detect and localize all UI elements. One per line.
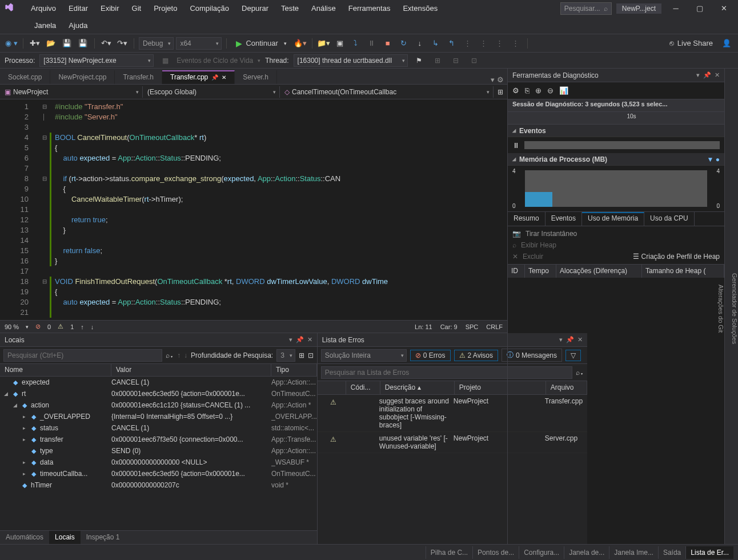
zoom-level[interactable]: 90 % [5,323,19,330]
hot-reload-icon[interactable]: 🔥▾ [294,37,307,50]
warn-count-pill[interactable]: ⚠2 Avisos [454,350,498,361]
flag-icon[interactable]: ⚑ [412,54,426,67]
locals-search[interactable] [3,349,162,362]
local-row[interactable]: ◢◆action0x000001eec6c1c120 {status=CANCE… [0,399,317,411]
col-heap[interactable]: Tamanho de Heap ( [642,265,724,278]
nav-down-icon[interactable]: ↓ [184,351,187,359]
nav-scope[interactable]: (Escopo Global) [143,86,280,98]
panel-close-icon[interactable]: ✕ [715,71,720,79]
save-all-icon[interactable]: 💾 [76,37,90,50]
diag-tab[interactable]: Uso da CPU [644,212,695,226]
error-count-icon[interactable]: ⊘ [35,323,41,330]
col-icon[interactable] [318,381,346,394]
restart-icon[interactable]: ↻ [397,37,411,50]
process-combo[interactable]: [33152] NewProject.exe [39,54,154,67]
nav-function[interactable]: ◇CancelTimeout(OnTimeoutCallbac [280,86,494,98]
local-row[interactable]: ▸◆transfer0x000001eec67f3e50 {connection… [0,434,317,445]
redo-icon[interactable]: ↷▾ [115,37,129,50]
step-arrow-icon[interactable]: ↓ [413,37,427,50]
stack2-icon[interactable]: ⊟ [449,54,463,67]
undo-icon[interactable]: ↶▾ [99,37,113,50]
err-scope-combo[interactable]: Solução Inteira [321,349,407,362]
locals-tab[interactable]: Automáticos [0,531,49,544]
panel-pin-icon[interactable]: 📌 [703,71,711,79]
fold-icon[interactable]: ⊟ [42,277,47,287]
folder-icon[interactable]: 📁▾ [317,37,331,50]
new-item-icon[interactable]: ✚▾ [28,37,42,50]
depth-combo[interactable]: 3 [276,349,295,362]
heap-profile-toggle[interactable]: ☰ Criação de Perfil de Heap [633,253,720,261]
minimize-button[interactable]: ─ [666,1,685,16]
events-header[interactable]: Eventos [508,125,724,137]
menu-compilação[interactable]: Compilação [184,2,235,15]
local-row[interactable]: ◢◆rt0x000001eec6c3ed50 {action=0x000001e… [0,388,317,399]
col-desc[interactable]: Descrição ▴ [380,381,455,394]
nav-up-icon[interactable]: ↑ [81,323,84,330]
local-row[interactable]: ◆expectedCANCEL (1)App::Action::... [0,377,317,388]
local-row[interactable]: ◆hTimer0x000000000000207cvoid * [0,479,317,491]
menu-teste[interactable]: Teste [275,2,304,15]
tab-dropdown-icon[interactable]: ▾ [491,75,495,84]
col-alloc[interactable]: Alocações (Diferença) [556,265,642,278]
git-changes-tab[interactable]: Alterações do Git [717,285,724,333]
tb-icon2[interactable]: ⊡ [308,351,314,359]
gear-icon[interactable]: ⚙ [512,86,519,95]
zoom-out-icon[interactable]: ⊖ [547,86,554,95]
menu-depurar[interactable]: Depurar [236,2,274,15]
menu-exibir[interactable]: Exibir [95,2,125,15]
fold-icon[interactable]: ⊟ [42,174,47,184]
search-icon[interactable]: ⌕▾ [166,351,174,359]
file-tab[interactable]: Transfer.cpp📌✕ [162,70,235,84]
config-combo[interactable]: Debug [139,37,174,50]
lifecycle-icon[interactable]: ▦ [158,54,172,67]
col-type[interactable]: Tipo [271,364,317,376]
menu-janela[interactable]: Janela [29,19,62,32]
local-row[interactable]: ▸◆data0x0000000000000000 <NULL>_WSABUF * [0,457,317,468]
stop-icon[interactable]: ■ [381,37,395,50]
panel-dropdown-icon[interactable]: ▾ [289,336,292,343]
platform-combo[interactable]: x64 [176,37,222,50]
snapshot-action[interactable]: 📷Tirar Instantâneo [512,230,720,238]
stack3-icon[interactable]: ⊡ [467,54,481,67]
local-row[interactable]: ▸◆statusCANCEL (1)std::atomic<... [0,422,317,434]
maximize-button[interactable]: ▢ [690,1,709,16]
menu-editar[interactable]: Editar [63,2,94,15]
step-out-icon[interactable]: ↰ [445,37,459,50]
dots2-icon[interactable]: ⋮ [477,37,491,50]
mem-header[interactable]: Memória de Processo (MB) ▼ ● [508,153,724,166]
status-tab[interactable]: Configura... [519,546,564,559]
menu-ferramentas[interactable]: Ferramentas [343,2,396,15]
open-icon[interactable]: 📂 [44,37,58,50]
diag-tab[interactable]: Uso de Memória [582,212,644,226]
export-icon[interactable]: ⎘ [525,86,530,95]
step-into-icon[interactable]: ↳ [429,37,443,50]
user-icon[interactable]: 👤 [720,37,733,50]
menu-arquivo[interactable]: Arquivo [25,2,62,15]
close-button[interactable]: ✕ [714,1,733,16]
menu-análise[interactable]: Análise [306,2,342,15]
col-id[interactable]: ID [508,265,525,278]
locals-tab[interactable]: Locais [49,531,81,544]
nav-project[interactable]: ▣NewProject [0,86,143,98]
col-name[interactable]: Nome [0,364,111,376]
menu-projeto[interactable]: Projeto [148,2,183,15]
nav-down-icon[interactable]: ↓ [91,323,94,330]
status-tab[interactable]: Pilha de C... [426,546,472,559]
nav-split-icon[interactable]: ⊞ [494,85,507,99]
locals-tab[interactable]: Inspeção 1 [81,531,126,544]
panel-pin-icon[interactable]: 📌 [296,336,304,343]
file-tab[interactable]: Transfer.h [115,70,162,84]
chart-icon[interactable]: 📊 [559,86,568,95]
diag-tab[interactable]: Eventos [546,212,582,226]
fold-icon[interactable]: ⊟ [42,102,47,112]
nav-up-icon[interactable]: ↑ [177,351,181,359]
file-tab[interactable]: Socket.cpp [0,70,50,84]
warn-count-icon[interactable]: ⚠ [58,323,63,330]
solution-explorer-tab[interactable]: Gerenciador de Soluções [731,273,738,344]
file-tab[interactable]: Server.h [235,70,277,84]
dots1-icon[interactable]: ⋮ [461,37,475,50]
col-code[interactable]: Códi... [346,381,380,394]
indent-indicator[interactable]: SPC [466,323,479,330]
file-tab[interactable]: NewProject.cpp [50,70,115,84]
status-tab[interactable]: Janela de... [564,546,609,559]
